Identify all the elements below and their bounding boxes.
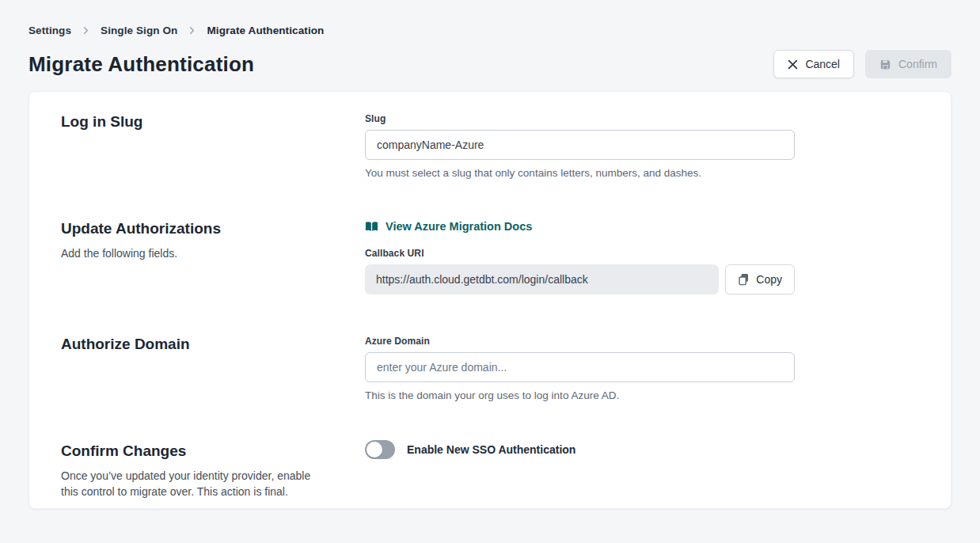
update-authorizations-description: Add the following fields. [61, 245, 324, 261]
section-authorize-domain-left: Authorize Domain [61, 336, 365, 401]
section-update-authorizations: Update Authorizations Add the following … [61, 220, 919, 294]
chevron-right-icon [188, 26, 196, 35]
cancel-button-label: Cancel [805, 58, 840, 70]
update-authorizations-heading: Update Authorizations [61, 220, 365, 238]
cancel-button[interactable]: Cancel [773, 50, 854, 78]
breadcrumb-settings[interactable]: Settings [28, 25, 71, 36]
confirm-button[interactable]: Confirm [865, 50, 952, 78]
slug-input[interactable] [365, 130, 795, 160]
close-icon [788, 59, 798, 70]
callback-uri-row: Copy [365, 264, 795, 294]
callback-uri-label: Callback URI [365, 248, 795, 259]
slug-helper-text: You must select a slug that only contain… [365, 167, 795, 179]
section-login-slug-left: Log in Slug [61, 113, 365, 179]
breadcrumb-migrate-authentication: Migrate Authentication [207, 25, 324, 36]
breadcrumb-single-sign-on[interactable]: Single Sign On [101, 25, 177, 36]
section-login-slug: Log in Slug Slug You must select a slug … [61, 113, 919, 179]
section-confirm-changes-left: Confirm Changes Once you’ve updated your… [61, 442, 365, 499]
login-slug-heading: Log in Slug [61, 113, 365, 131]
authorize-domain-heading: Authorize Domain [61, 336, 365, 354]
copy-button-label: Copy [756, 273, 782, 286]
section-update-authorizations-left: Update Authorizations Add the following … [61, 220, 365, 294]
azure-domain-label: Azure Domain [365, 336, 795, 347]
chevron-right-icon [82, 26, 90, 35]
section-login-slug-right: Slug You must select a slug that only co… [365, 113, 795, 179]
azure-migration-docs-link-label: View Azure Migration Docs [386, 220, 532, 233]
copy-button[interactable]: Copy [725, 264, 795, 294]
enable-sso-toggle-label: Enable New SSO Authentication [407, 443, 575, 456]
save-icon [879, 59, 891, 70]
section-authorize-domain-right: Azure Domain This is the domain your org… [365, 336, 795, 401]
azure-domain-input[interactable] [365, 352, 795, 382]
azure-migration-docs-link[interactable]: View Azure Migration Docs [365, 220, 532, 233]
enable-sso-toggle[interactable] [365, 440, 395, 459]
header-actions: Cancel Confirm [773, 50, 952, 78]
azure-domain-helper-text: This is the domain your org uses to log … [365, 389, 795, 401]
open-book-icon [365, 221, 378, 233]
confirm-changes-heading: Confirm Changes [61, 442, 365, 461]
copy-icon [738, 273, 750, 286]
callback-uri-field[interactable] [365, 264, 719, 294]
slug-label: Slug [365, 113, 795, 124]
confirm-button-label: Confirm [898, 58, 937, 70]
page-header: Migrate Authentication Cancel Confirm [28, 50, 952, 78]
section-confirm-changes: Confirm Changes Once you’ve updated your… [61, 442, 919, 499]
toggle-knob [367, 442, 382, 458]
page-title: Migrate Authentication [28, 52, 254, 77]
confirm-changes-description: Once you’ve updated your identity provid… [61, 468, 324, 500]
settings-card: Log in Slug Slug You must select a slug … [28, 91, 952, 509]
breadcrumb: Settings Single Sign On Migrate Authenti… [28, 0, 952, 36]
section-authorize-domain: Authorize Domain Azure Domain This is th… [61, 336, 919, 401]
section-confirm-changes-right: Enable New SSO Authentication [365, 442, 795, 499]
migrate-authentication-page: Settings Single Sign On Migrate Authenti… [0, 0, 980, 543]
sso-toggle-row: Enable New SSO Authentication [365, 440, 795, 459]
section-update-authorizations-right: View Azure Migration Docs Callback URI C… [365, 220, 795, 294]
